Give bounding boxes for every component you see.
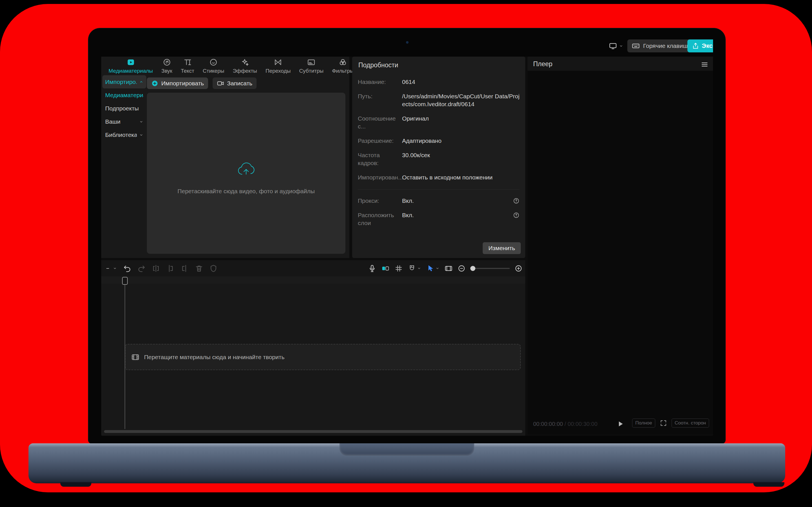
detail-row: Соотношение с... Оригинал (358, 115, 520, 130)
tab-label: Текст (181, 68, 194, 74)
chevron-down-icon (139, 133, 144, 137)
camera-icon (217, 80, 224, 87)
sidebar-item-label: Библиотека (105, 131, 137, 138)
sidebar-item-label: Подпроекты (105, 105, 144, 112)
sidebar-item-label: Ваши (105, 118, 137, 125)
chevron-down-icon (139, 119, 144, 124)
help-icon[interactable] (513, 212, 520, 219)
split-icon[interactable] (152, 264, 160, 273)
hotkeys-button[interactable]: Горячие клавиши (627, 40, 695, 52)
sidebar-item-library[interactable]: Библиотека (102, 128, 146, 142)
hotkeys-label: Горячие клавиши (643, 43, 691, 49)
tab-text[interactable]: Текст (181, 58, 194, 74)
tab-filters[interactable]: Фильтры (332, 58, 354, 74)
sidebar-item-label: Импортиро... (105, 78, 137, 86)
smart-clip-icon[interactable] (381, 264, 390, 273)
tab-media[interactable]: Медиаматериалы (109, 58, 153, 74)
tab-captions[interactable]: Субтитры (299, 58, 324, 74)
timeline-drop-hint: Перетащите материалы сюда и начинайте тв… (144, 354, 285, 360)
tab-effects[interactable]: Эффекты (233, 58, 257, 74)
webcam-dot (406, 41, 409, 44)
filter-icon (339, 58, 347, 66)
timeline-dropzone[interactable]: Перетащите материалы сюда и начинайте тв… (125, 344, 521, 370)
timeline-toolbar-left (105, 260, 218, 276)
timeline-tracks[interactable]: Перетащите материалы сюда и начинайте тв… (101, 284, 525, 436)
media-sidebar: Импортиро... Медиаматериалы Подпроекты В… (102, 75, 146, 142)
play-icon[interactable] (616, 420, 624, 428)
media-panel: Медиаматериалы Звук Текст (101, 57, 349, 258)
media-dropzone[interactable]: Перетаскивайте сюда видео, фото и аудиоф… (147, 93, 345, 254)
magnet-dropdown[interactable] (408, 264, 421, 273)
plus-circle-icon (151, 80, 158, 87)
menu-icon[interactable] (701, 61, 709, 68)
export-button[interactable]: Экспорт (688, 40, 713, 52)
help-icon[interactable] (513, 198, 520, 204)
tab-label: Медиаматериалы (109, 68, 153, 74)
trim-right-icon[interactable] (181, 264, 189, 273)
player-controls: 00:00:00:00 / 00:00:30:00 Полное Соотн. … (527, 418, 713, 430)
sidebar-item-yours[interactable]: Ваши (102, 115, 146, 128)
player-title: Плеер (533, 60, 552, 68)
export-label: Экспорт (702, 42, 713, 50)
mask-icon[interactable] (209, 264, 218, 273)
select-tool-dropdown[interactable] (426, 264, 440, 273)
chevron-down-icon (619, 44, 623, 48)
delete-icon[interactable] (195, 264, 203, 273)
transition-icon (274, 58, 282, 66)
film-icon (131, 353, 140, 361)
share-icon (692, 42, 699, 50)
preview-quality-icon[interactable] (444, 264, 453, 273)
timecode: 00:00:00:00 / 00:00:30:00 (533, 421, 598, 427)
tab-transitions[interactable]: Переходы (266, 58, 291, 74)
tab-label: Стикеры (203, 68, 224, 74)
media-icon (126, 58, 135, 66)
sticker-icon (209, 58, 218, 66)
cloud-upload-icon (236, 160, 256, 180)
laptop-base-notch (340, 443, 474, 456)
quality-dropdown[interactable]: Полное (632, 418, 655, 428)
edit-button[interactable]: Изменить (483, 242, 521, 254)
sidebar-item-imported[interactable]: Импортиро... (102, 75, 146, 89)
undo-icon[interactable] (123, 264, 132, 273)
zoom-out-icon[interactable] (458, 265, 465, 272)
microphone-icon[interactable] (368, 264, 376, 273)
timeline-scrollbar[interactable] (104, 430, 522, 433)
detail-row-proxy: Прокси: Вкл. (358, 197, 520, 205)
timeline-options-dropdown[interactable] (105, 265, 117, 272)
media-tabs: Медиаматериалы Звук Текст (101, 57, 349, 75)
display-mode-dropdown[interactable] (609, 42, 623, 50)
tab-label: Звук (161, 68, 172, 74)
fullscreen-icon[interactable] (660, 419, 667, 427)
dropzone-hint: Перетаскивайте сюда видео, фото и аудиоф… (147, 188, 345, 194)
zoom-slider[interactable] (470, 268, 510, 269)
titlebar: Горячие клавиши Экспорт (101, 36, 713, 57)
detail-row: Название: 0614 (358, 78, 520, 86)
record-label: Записать (227, 80, 252, 87)
tab-label: Субтитры (299, 68, 324, 74)
import-button[interactable]: Импортировать (147, 77, 208, 89)
monitor-icon (609, 42, 617, 50)
text-icon (183, 58, 192, 66)
sidebar-item-media[interactable]: Медиаматериалы (102, 89, 146, 102)
tab-stickers[interactable]: Стикеры (203, 58, 224, 74)
keyboard-icon (632, 42, 640, 50)
detail-row-layers: Расположить слои Вкл. (358, 211, 520, 227)
timeline-toolbar-right (368, 260, 522, 276)
redo-icon[interactable] (137, 264, 146, 273)
snapping-icon[interactable] (395, 264, 403, 273)
laptop-foot-left (60, 482, 91, 487)
timeline-ruler[interactable] (101, 276, 525, 284)
playhead-handle[interactable] (122, 277, 128, 285)
record-button[interactable]: Записать (213, 77, 257, 89)
tab-audio[interactable]: Звук (161, 58, 172, 74)
chevron-up-icon (139, 80, 144, 84)
detail-row: Разрешение: Адаптировано (358, 137, 520, 145)
details-panel: Подробности Название: 0614 Путь: /Users/… (352, 57, 525, 258)
sidebar-item-label: Медиаматериалы (105, 92, 144, 99)
zoom-slider-knob[interactable] (470, 266, 475, 271)
aspect-ratio-button[interactable]: Соотн. сторон (672, 418, 709, 428)
music-icon (163, 58, 171, 66)
trim-left-icon[interactable] (166, 264, 174, 273)
sidebar-item-subprojects[interactable]: Подпроекты (102, 102, 146, 115)
zoom-in-icon[interactable] (515, 265, 522, 272)
